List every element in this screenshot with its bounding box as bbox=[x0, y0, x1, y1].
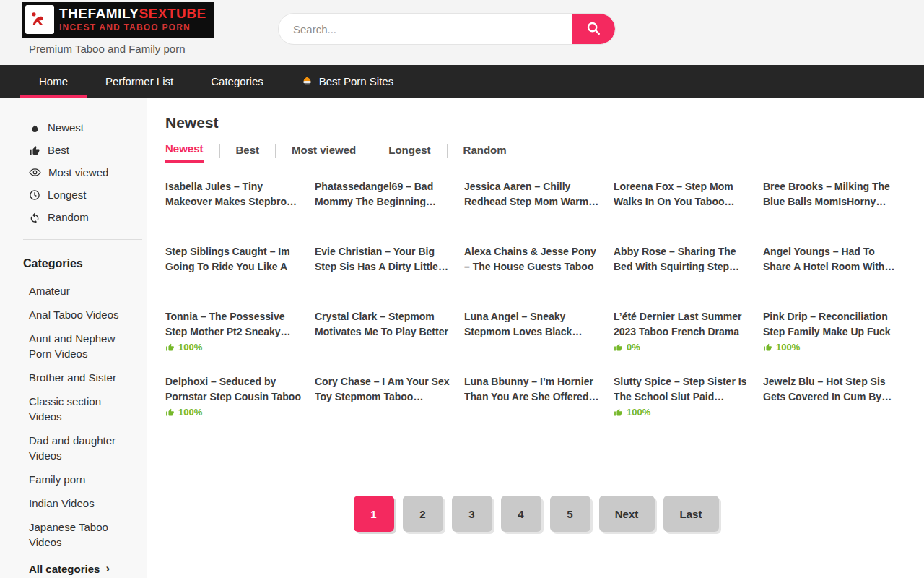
rating-percent: 0% bbox=[627, 342, 640, 353]
sidebar-divider bbox=[23, 239, 142, 240]
video-title-link[interactable]: L’été Dernier Last Summer 2023 Taboo Fre… bbox=[614, 309, 751, 340]
sidebar-category-aunt-and-nephew-porn-videos[interactable]: Aunt and Nephew Porn Videos bbox=[29, 331, 128, 361]
page-button-last[interactable]: Last bbox=[663, 496, 719, 532]
video-card: Isabella Jules – Tiny Makeover Makes Ste… bbox=[165, 179, 302, 244]
tab-random[interactable]: Random bbox=[448, 144, 523, 162]
sidebar-sort-list: NewestBestMost viewedLongestRandom bbox=[29, 121, 147, 223]
video-title-link[interactable]: Jewelz Blu – Hot Step Sis Gets Covered I… bbox=[763, 374, 900, 405]
sidebar-sort-label: Longest bbox=[48, 189, 86, 201]
nav-item-best-porn-sites[interactable]: Best Porn Sites bbox=[282, 65, 412, 98]
search-icon bbox=[585, 20, 601, 38]
sidebar-sort-best[interactable]: Best bbox=[29, 144, 147, 156]
page-button-3[interactable]: 3 bbox=[452, 496, 492, 532]
video-title-link[interactable]: Luna Bbunny – I’m Hornier Than You Are S… bbox=[464, 374, 601, 405]
video-title-link[interactable]: Alexa Chains & Jesse Pony – The House Gu… bbox=[464, 244, 601, 275]
video-card: Loreena Fox – Step Mom Walks In On You T… bbox=[614, 179, 751, 244]
site-header: THEFAMILYSEXTUBE INCEST AND TABOO PORN P… bbox=[0, 0, 924, 65]
sidebar-sort-label: Most viewed bbox=[48, 166, 108, 178]
search-button[interactable] bbox=[572, 14, 615, 44]
tab-best[interactable]: Best bbox=[220, 144, 276, 162]
page-button-next[interactable]: Next bbox=[599, 496, 655, 532]
video-title-link[interactable]: Tonnia – The Possessive Step Mother Pt2 … bbox=[165, 309, 302, 340]
video-title-link[interactable]: Phatassedangel69 – Bad Mommy The Beginni… bbox=[315, 179, 452, 210]
video-rating: 100% bbox=[165, 407, 302, 418]
thumb-up-icon bbox=[614, 342, 623, 352]
flame-face-icon bbox=[301, 76, 313, 88]
eye-icon bbox=[29, 166, 41, 178]
video-card: Alexa Chains & Jesse Pony – The House Gu… bbox=[464, 244, 601, 309]
video-title-link[interactable]: Loreena Fox – Step Mom Walks In On You T… bbox=[614, 179, 751, 210]
sidebar-category-classic-section-videos[interactable]: Classic section Videos bbox=[29, 394, 128, 424]
video-title-link[interactable]: Step Siblings Caught – Im Going To Ride … bbox=[165, 244, 302, 275]
logo-title: THEFAMILYSEXTUBE bbox=[59, 7, 206, 22]
video-title-link[interactable]: Bree Brooks – Milking The Blue Balls Mom… bbox=[763, 179, 900, 210]
video-card: L’été Dernier Last Summer 2023 Taboo Fre… bbox=[614, 309, 751, 374]
sidebar-category-dad-and-daughter-videos[interactable]: Dad and daughter Videos bbox=[29, 433, 128, 463]
page-button-2[interactable]: 2 bbox=[403, 496, 443, 532]
thumb-up-icon bbox=[165, 342, 175, 352]
sidebar-sort-label: Random bbox=[48, 211, 89, 223]
flame-icon bbox=[29, 122, 40, 134]
video-rating: 100% bbox=[763, 342, 900, 353]
sidebar-sort-label: Best bbox=[48, 144, 69, 156]
video-card: Slutty Spice – Step Sister Is The School… bbox=[614, 374, 751, 439]
video-title-link[interactable]: Evie Christian – Your Big Step Sis Has A… bbox=[315, 244, 452, 275]
nav-item-label: Categories bbox=[211, 65, 263, 98]
search-input[interactable] bbox=[279, 14, 572, 44]
page-button-4[interactable]: 4 bbox=[501, 496, 541, 532]
tab-label: Random bbox=[463, 144, 507, 162]
logo-subtitle: INCEST AND TABOO PORN bbox=[59, 22, 206, 33]
video-card: Luna Bbunny – I’m Hornier Than You Are S… bbox=[464, 374, 601, 439]
tab-label: Longest bbox=[388, 144, 430, 162]
video-title-link[interactable]: Isabella Jules – Tiny Makeover Makes Ste… bbox=[165, 179, 302, 210]
thumb-icon bbox=[29, 144, 40, 156]
video-title-link[interactable]: Jessica Aaren – Chilly Redhead Step Mom … bbox=[464, 179, 601, 210]
sidebar-category-brother-and-sister[interactable]: Brother and Sister bbox=[29, 370, 128, 385]
sidebar-sort-longest[interactable]: Longest bbox=[29, 189, 147, 201]
chevron-right-icon: › bbox=[105, 561, 110, 576]
nav-item-home[interactable]: Home bbox=[20, 65, 87, 98]
sidebar-category-family-porn[interactable]: Family porn bbox=[29, 472, 128, 487]
tab-label: Best bbox=[236, 144, 260, 162]
sidebar-sort-newest[interactable]: Newest bbox=[29, 121, 147, 134]
video-rating: 100% bbox=[165, 342, 302, 353]
tab-longest[interactable]: Longest bbox=[372, 144, 446, 162]
video-card: Jewelz Blu – Hot Step Sis Gets Covered I… bbox=[763, 374, 900, 439]
logo-figure-icon bbox=[25, 5, 54, 34]
sidebar-category-anal-taboo-videos[interactable]: Anal Taboo Videos bbox=[29, 307, 128, 322]
rating-percent: 100% bbox=[178, 407, 202, 418]
site-logo[interactable]: THEFAMILYSEXTUBE INCEST AND TABOO PORN bbox=[22, 2, 214, 38]
video-title-link[interactable]: Crystal Clark – Stepmom Motivates Me To … bbox=[315, 309, 452, 340]
page-button-1[interactable]: 1 bbox=[354, 496, 394, 532]
video-card: Evie Christian – Your Big Step Sis Has A… bbox=[315, 244, 452, 309]
main-content: Newest NewestBestMost viewedLongestRando… bbox=[147, 98, 924, 578]
video-title-link[interactable]: Delphoxi – Seduced by Pornstar Step Cous… bbox=[165, 374, 302, 405]
video-title-link[interactable]: Abby Rose – Sharing The Bed With Squirti… bbox=[614, 244, 751, 275]
video-rating: 100% bbox=[614, 407, 751, 418]
tab-most-viewed[interactable]: Most viewed bbox=[276, 144, 372, 162]
video-card: Jessica Aaren – Chilly Redhead Step Mom … bbox=[464, 179, 601, 244]
tab-label: Newest bbox=[165, 142, 204, 163]
nav-item-performer-list[interactable]: Performer List bbox=[87, 65, 192, 98]
nav-item-categories[interactable]: Categories bbox=[192, 65, 282, 98]
video-rating: 0% bbox=[614, 342, 751, 353]
nav-item-label: Performer List bbox=[105, 65, 173, 98]
video-title-link[interactable]: Pink Drip – Reconciliation Step Family M… bbox=[763, 309, 900, 340]
page-button-5[interactable]: 5 bbox=[550, 496, 590, 532]
video-card: Luna Angel – Sneaky Stepmom Loves Black … bbox=[464, 309, 601, 374]
all-categories-link[interactable]: All categories › bbox=[29, 561, 147, 576]
rating-percent: 100% bbox=[776, 342, 800, 353]
video-title-link[interactable]: Slutty Spice – Step Sister Is The School… bbox=[614, 374, 751, 405]
sidebar-sort-most-viewed[interactable]: Most viewed bbox=[29, 166, 147, 178]
video-card: Angel Youngs – Had To Share A Hotel Room… bbox=[763, 244, 900, 309]
video-title-link[interactable]: Angel Youngs – Had To Share A Hotel Room… bbox=[763, 244, 900, 275]
sidebar-category-amateur[interactable]: Amateur bbox=[29, 283, 128, 298]
sidebar-sort-random[interactable]: Random bbox=[29, 211, 147, 223]
tab-newest[interactable]: Newest bbox=[165, 142, 219, 163]
sidebar: NewestBestMost viewedLongestRandom Categ… bbox=[0, 98, 147, 578]
sidebar-category-japanese-taboo-videos[interactable]: Japanese Taboo Videos bbox=[29, 519, 128, 550]
video-title-link[interactable]: Luna Angel – Sneaky Stepmom Loves Black … bbox=[464, 309, 601, 340]
sidebar-category-indian-videos[interactable]: Indian Videos bbox=[29, 496, 128, 511]
thumb-up-icon bbox=[763, 342, 772, 352]
video-title-link[interactable]: Cory Chase – I Am Your Sex Toy Stepmom T… bbox=[315, 374, 452, 405]
